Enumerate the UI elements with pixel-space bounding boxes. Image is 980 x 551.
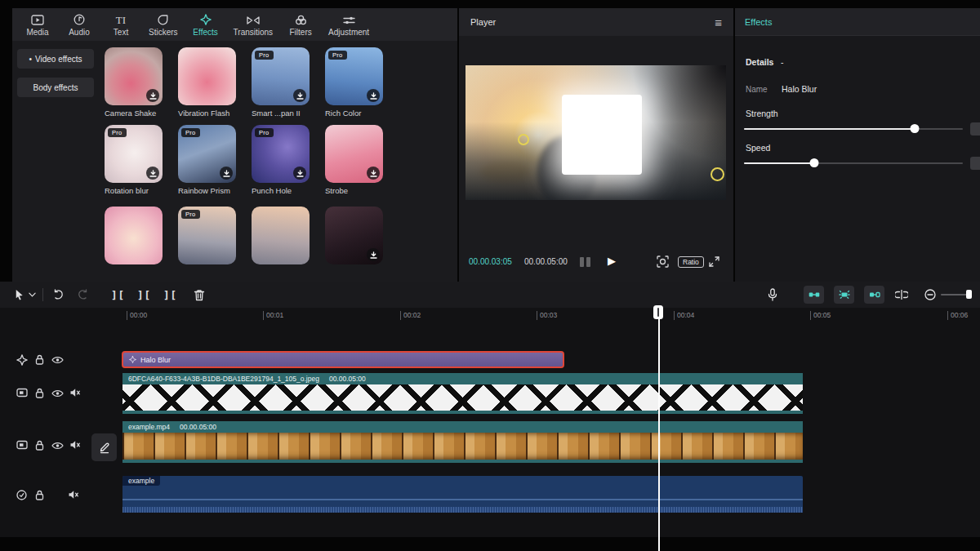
effect-card[interactable]: Pro Rich Color <box>325 47 390 118</box>
split-button[interactable]: ][ <box>111 282 125 308</box>
effect-card[interactable]: Pro Smart ...pan II <box>252 47 317 118</box>
timeline-zoom-thumb[interactable] <box>966 290 972 299</box>
lock-icon[interactable] <box>35 388 44 398</box>
effect-card[interactable]: Strobe <box>325 125 390 195</box>
lens-flare-ring <box>710 167 724 181</box>
effect-card[interactable]: Pro Rotation blur <box>105 125 170 195</box>
delete-right-button[interactable]: ][ <box>163 282 177 308</box>
video-clip-footer <box>122 460 803 463</box>
hide-track-icon[interactable] <box>51 356 64 364</box>
mute-track-icon[interactable] <box>68 490 79 500</box>
effect-thumbnail <box>325 207 383 264</box>
effect-card[interactable] <box>252 207 317 268</box>
sidebar-item-video-effects[interactable]: • Video effects <box>17 49 94 69</box>
download-icon[interactable] <box>146 167 159 180</box>
speed-slider[interactable] <box>744 158 963 168</box>
tab-adjustment[interactable]: Adjustment <box>328 13 369 37</box>
download-icon[interactable] <box>293 167 306 180</box>
hide-track-icon[interactable] <box>51 389 64 398</box>
redo-button[interactable] <box>78 282 90 308</box>
name-label: Name <box>746 85 768 94</box>
tab-text[interactable]: TI Text <box>107 13 135 37</box>
ruler-tick: 00:06 <box>947 311 968 320</box>
lock-icon[interactable] <box>35 440 44 451</box>
tab-media[interactable]: Media <box>24 13 51 37</box>
details-panel-title: Effects <box>745 17 772 27</box>
sidebar-item-body-effects[interactable]: Body effects <box>17 78 94 97</box>
effect-thumbnail <box>252 207 310 264</box>
magnetic-snap-toggle[interactable] <box>834 286 854 304</box>
audio-clip-name: example <box>122 476 160 486</box>
strength-value-field[interactable] <box>970 122 980 136</box>
download-icon[interactable] <box>367 248 380 261</box>
focus-frame-icon[interactable] <box>657 256 669 268</box>
slider-thumb[interactable] <box>809 158 818 167</box>
strength-slider[interactable] <box>744 124 963 134</box>
playhead-handle[interactable] <box>653 305 663 319</box>
link-clips-toggle[interactable] <box>864 286 884 304</box>
mute-track-icon[interactable] <box>69 440 81 450</box>
download-icon[interactable] <box>146 89 159 102</box>
video-preview[interactable] <box>466 65 726 200</box>
audio-clip[interactable]: example <box>122 476 803 513</box>
hide-track-icon[interactable] <box>51 442 64 450</box>
mute-track-icon[interactable] <box>69 388 81 398</box>
effect-card[interactable] <box>105 207 170 268</box>
tab-transitions[interactable]: Transitions <box>234 13 274 37</box>
mirror-split-icon[interactable] <box>895 282 908 308</box>
download-icon[interactable] <box>293 89 306 102</box>
chevron-down-icon[interactable] <box>29 282 36 308</box>
tab-audio[interactable]: Audio <box>65 13 93 37</box>
lens-flare-ring <box>518 134 529 145</box>
tab-effects[interactable]: Effects <box>192 13 220 37</box>
select-tool[interactable] <box>13 282 25 308</box>
lock-icon[interactable] <box>35 354 44 365</box>
effect-card[interactable]: Pro <box>178 207 243 268</box>
preview-axis-toggle[interactable] <box>804 286 824 304</box>
tab-filters[interactable]: Filters <box>287 13 314 37</box>
slider-thumb[interactable] <box>911 124 920 133</box>
lock-icon[interactable] <box>35 490 44 500</box>
module-tab-bar: Media Audio TI Text Stickers Effects Tra… <box>12 8 457 41</box>
effect-card[interactable]: Pro Punch Hole <box>252 125 317 195</box>
play-button[interactable]: ▶ <box>608 255 616 267</box>
player-menu-icon[interactable]: ≡ <box>715 16 722 29</box>
details-collapse-toggle[interactable]: - <box>781 57 784 67</box>
fullscreen-icon[interactable] <box>709 256 719 267</box>
speed-value-field[interactable] <box>970 157 980 170</box>
ratio-button[interactable]: Ratio <box>678 256 704 268</box>
effect-card[interactable] <box>325 207 390 268</box>
download-icon[interactable] <box>367 89 380 102</box>
download-icon[interactable] <box>367 167 380 180</box>
timeline-zoom-slider[interactable] <box>941 294 972 295</box>
player-title: Player <box>470 17 496 27</box>
effect-name-value: Halo Blur <box>782 84 817 94</box>
timeline-zoom-out-icon[interactable] <box>924 282 936 308</box>
current-time: 00.00.03:05 <box>469 257 512 266</box>
video-clip[interactable]: example.mp4 00.00.05:00 <box>122 421 803 463</box>
effect-clip-halo-blur[interactable]: Halo Blur <box>122 351 564 368</box>
ruler-tick: 00:04 <box>674 311 694 320</box>
effect-card-label: Rich Color <box>325 109 390 118</box>
timeline-tracks-area[interactable]: 00:00 00:01 00:02 00:03 00:04 00:05 00:0… <box>0 308 980 537</box>
effect-card[interactable]: Vibration Flash <box>178 47 243 118</box>
timeline-toolbar: ][ ][ ][ <box>0 282 980 309</box>
image-clip[interactable]: 6DFCA640-F633-4A3B-B1DB-DBA1BE291794_1_1… <box>122 373 803 414</box>
tab-label: Adjustment <box>328 28 369 37</box>
delete-button[interactable] <box>194 282 205 308</box>
voiceover-mic-icon[interactable] <box>768 282 777 308</box>
player-controls: 00.00.03:05 00.00.05:00 ▶ Ratio <box>459 253 733 273</box>
download-icon[interactable] <box>220 167 233 180</box>
pause-icon[interactable] <box>580 257 590 267</box>
effect-thumbnail: Pro <box>178 125 236 183</box>
effect-card[interactable]: Camera Shake <box>105 47 170 118</box>
tab-label: Effects <box>193 28 217 37</box>
audio-track-icon <box>16 490 27 500</box>
delete-left-button[interactable]: ][ <box>137 282 151 308</box>
effect-card[interactable]: Pro Rainbow Prism <box>178 125 243 195</box>
image-clip-filename: 6DFCA640-F633-4A3B-B1DB-DBA1BE291794_1_1… <box>128 375 319 383</box>
edit-clip-button[interactable] <box>91 433 117 461</box>
undo-button[interactable] <box>51 282 64 308</box>
tab-stickers[interactable]: Stickers <box>149 13 178 37</box>
pro-badge: Pro <box>255 51 274 60</box>
